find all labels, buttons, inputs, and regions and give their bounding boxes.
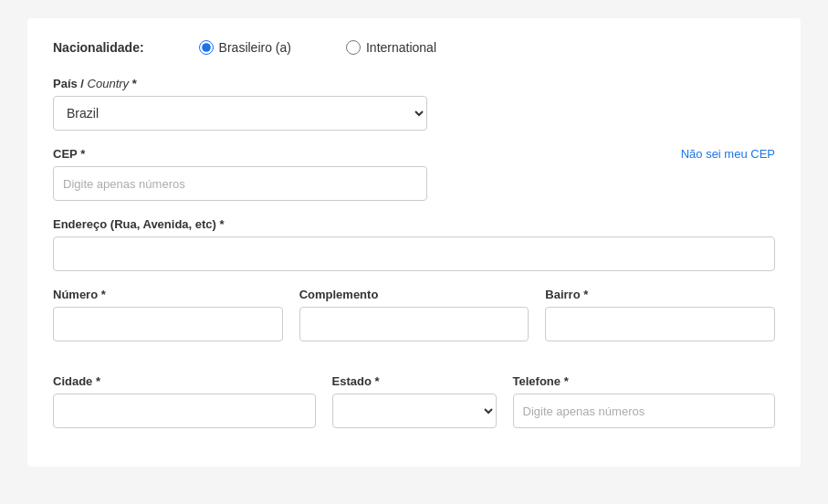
estado-group: Estado * AC AL AP AM BA CE DF ES GO MA M… — [332, 374, 497, 428]
radio-international-label: International — [366, 40, 436, 55]
country-select-wrapper: Brazil United States Argentina Portugal … — [53, 96, 427, 131]
complemento-label: Complemento — [299, 288, 529, 301]
nationality-label: Nacionalidade: — [53, 40, 144, 55]
country-select[interactable]: Brazil United States Argentina Portugal … — [53, 96, 427, 131]
radio-international-input[interactable] — [346, 40, 361, 55]
bairro-input[interactable] — [545, 307, 775, 341]
telefone-input[interactable] — [513, 394, 776, 428]
numero-label: Número * — [53, 288, 283, 301]
cidade-group: Cidade * — [53, 374, 316, 428]
cep-input[interactable] — [53, 166, 427, 201]
three-col-row: Número * Complemento Bairro * — [53, 288, 775, 358]
cep-label: CEP * — [53, 147, 85, 161]
endereco-input[interactable] — [53, 236, 775, 271]
country-group: País / Country * Brazil United States Ar… — [53, 77, 775, 131]
complemento-group: Complemento — [299, 288, 529, 341]
telefone-group: Telefone * — [513, 374, 776, 428]
endereco-label: Endereço (Rua, Avenida, etc) * — [53, 217, 775, 231]
numero-group: Número * — [53, 288, 283, 341]
nationality-row: Nacionalidade: Brasileiro (a) Internatio… — [53, 40, 775, 55]
cep-row: CEP * Não sei meu CEP — [53, 147, 775, 161]
bottom-row: Cidade * Estado * AC AL AP AM BA CE DF E… — [53, 374, 775, 445]
cidade-label: Cidade * — [53, 374, 316, 388]
cep-group: CEP * Não sei meu CEP — [53, 147, 775, 201]
endereco-group: Endereço (Rua, Avenida, etc) * — [53, 217, 775, 271]
cidade-input[interactable] — [53, 394, 316, 428]
radio-brasileiro-label: Brasileiro (a) — [219, 40, 291, 55]
bairro-group: Bairro * — [545, 288, 775, 341]
telefone-label: Telefone * — [513, 374, 776, 388]
estado-label: Estado * — [332, 374, 497, 388]
estado-select[interactable]: AC AL AP AM BA CE DF ES GO MA MT MS MG P… — [332, 394, 497, 428]
complemento-input[interactable] — [299, 307, 529, 341]
form-section: Nacionalidade: Brasileiro (a) Internatio… — [27, 18, 801, 467]
bairro-label: Bairro * — [545, 288, 775, 301]
radio-brasileiro[interactable]: Brasileiro (a) — [199, 40, 291, 55]
country-label: País / Country * — [53, 77, 775, 90]
cep-link[interactable]: Não sei meu CEP — [681, 147, 775, 161]
radio-brasileiro-input[interactable] — [199, 40, 214, 55]
numero-input[interactable] — [53, 307, 283, 341]
cep-input-wrapper — [53, 166, 427, 201]
radio-international[interactable]: International — [346, 40, 436, 55]
